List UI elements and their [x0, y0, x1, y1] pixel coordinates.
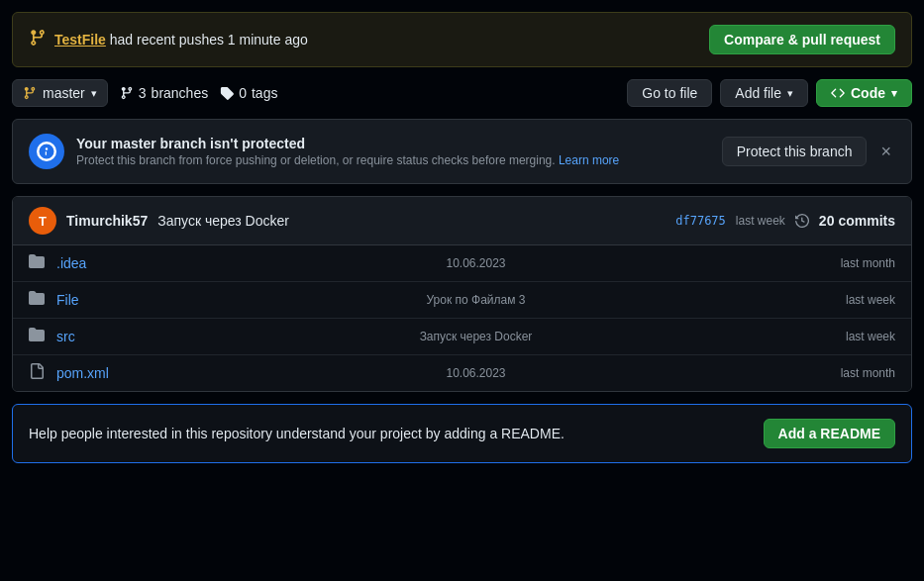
- protection-avatar: [29, 134, 64, 169]
- toolbar-right: Go to file Add file ▾ Code ▾: [627, 79, 912, 107]
- file-browser: T Timurchik57 Запуск через Docker df7767…: [12, 196, 912, 392]
- branch-label: branches: [152, 85, 209, 101]
- branch-chevron-icon: ▾: [91, 87, 97, 100]
- code-chevron-icon: ▾: [891, 87, 897, 100]
- protection-text: Your master branch isn't protected Prote…: [76, 136, 619, 167]
- table-row: File Урок по Файлам 3 last week: [13, 282, 911, 319]
- branch-selector[interactable]: master ▾: [12, 79, 108, 107]
- go-to-file-button[interactable]: Go to file: [627, 79, 712, 107]
- push-text: TestFile had recent pushes 1 minute ago: [54, 32, 308, 48]
- commit-message: Запуск через Docker: [157, 213, 289, 229]
- compare-pull-request-button[interactable]: Compare & pull request: [709, 25, 895, 54]
- commit-header: T Timurchik57 Запуск через Docker df7767…: [13, 197, 911, 245]
- protect-branch-button[interactable]: Protect this branch: [722, 137, 868, 166]
- table-row: pom.xml 10.06.2023 last month: [13, 355, 911, 391]
- file-name[interactable]: src: [52, 329, 266, 344]
- add-file-button[interactable]: Add file ▾: [720, 79, 808, 107]
- branches-link[interactable]: 3 branches: [120, 85, 208, 101]
- table-row: src Запуск через Docker last week: [13, 319, 911, 355]
- file-time: last week: [685, 293, 895, 307]
- table-row: .idea 10.06.2023 last month: [13, 245, 911, 282]
- commit-left: T Timurchik57 Запуск через Docker: [29, 207, 289, 235]
- file-name[interactable]: .idea: [52, 255, 266, 271]
- tags-link[interactable]: 0 tags: [220, 85, 277, 101]
- file-time: last month: [685, 256, 895, 270]
- branch-icon: [29, 29, 47, 51]
- file-name[interactable]: pom.xml: [52, 365, 266, 381]
- commits-link[interactable]: 20 commits: [819, 213, 895, 229]
- file-commit: 10.06.2023: [266, 366, 686, 380]
- folder-icon: [29, 290, 52, 310]
- branch-count: 3: [139, 85, 147, 101]
- protection-notice: Your master branch isn't protected Prote…: [12, 119, 912, 184]
- close-protection-button[interactable]: ×: [876, 140, 895, 164]
- folder-icon: [29, 253, 52, 273]
- push-banner: TestFile had recent pushes 1 minute ago …: [12, 12, 912, 67]
- protection-description: Protect this branch from force pushing o…: [76, 153, 619, 167]
- readme-banner: Help people interested in this repositor…: [12, 404, 912, 463]
- repo-name[interactable]: TestFile: [54, 32, 106, 48]
- file-time: last month: [685, 366, 895, 380]
- file-commit: Запуск через Docker: [266, 330, 686, 343]
- file-icon: [29, 363, 52, 383]
- protection-right: Protect this branch ×: [722, 137, 895, 166]
- branch-name: master: [43, 85, 85, 101]
- commit-hash[interactable]: df77675: [675, 214, 726, 228]
- file-commit: 10.06.2023: [266, 256, 686, 270]
- folder-icon: [29, 327, 52, 346]
- file-commit: Урок по Файлам 3: [266, 293, 686, 307]
- file-time: last week: [685, 330, 895, 343]
- add-readme-button[interactable]: Add a README: [764, 419, 895, 448]
- toolbar-left: master ▾ 3 branches 0 tags: [12, 79, 619, 107]
- tag-label: tags: [252, 85, 277, 101]
- readme-text: Help people interested in this repositor…: [29, 426, 565, 441]
- protection-title: Your master branch isn't protected: [76, 136, 619, 151]
- tag-count: 0: [239, 85, 247, 101]
- protection-left: Your master branch isn't protected Prote…: [29, 134, 619, 169]
- toolbar: master ▾ 3 branches 0 tags Go to file Ad…: [12, 79, 912, 107]
- push-banner-left: TestFile had recent pushes 1 minute ago: [29, 29, 308, 51]
- file-name[interactable]: File: [52, 292, 266, 308]
- learn-more-link[interactable]: Learn more: [559, 153, 619, 167]
- author-avatar: T: [29, 207, 56, 235]
- add-file-chevron-icon: ▾: [787, 87, 793, 100]
- code-button[interactable]: Code ▾: [816, 79, 912, 107]
- commit-time: last week: [736, 214, 785, 228]
- commit-author[interactable]: Timurchik57: [66, 213, 148, 229]
- commit-right: df77675 last week 20 commits: [675, 213, 895, 229]
